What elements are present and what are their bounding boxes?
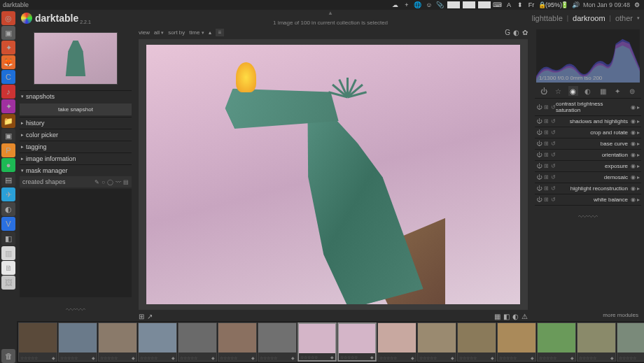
module-preset-icon[interactable]: ◉ bbox=[631, 129, 636, 136]
dock-app-icon[interactable]: 🖼 bbox=[1, 276, 15, 290]
module-reset-icon[interactable]: ↺ bbox=[551, 152, 556, 158]
tray-a-icon[interactable]: A bbox=[505, 1, 513, 9]
module-group-favorites-icon[interactable]: ☆ bbox=[554, 86, 564, 96]
module-expand-icon[interactable]: ▸ bbox=[637, 185, 640, 192]
settings-icon[interactable]: ✿ bbox=[522, 29, 528, 36]
view-dropdown[interactable]: all ▾ bbox=[154, 29, 164, 36]
module-reset-icon[interactable]: ↺ bbox=[551, 141, 556, 147]
module-multi-icon[interactable]: ⊞ bbox=[544, 174, 549, 180]
filmstrip-thumb[interactable]: ☆☆☆☆☆◆ bbox=[617, 322, 644, 362]
module-reset-icon[interactable]: ↺ bbox=[551, 118, 556, 124]
module-power-icon[interactable]: ⏻ bbox=[536, 163, 542, 169]
gradient-tool-icon[interactable]: ▤ bbox=[123, 179, 129, 185]
histogram[interactable]: 1/1300 f/0.0 0mm iso 200 bbox=[536, 29, 640, 83]
module-preset-icon[interactable]: ◉ bbox=[631, 104, 636, 111]
module-preset-icon[interactable]: ◉ bbox=[631, 197, 636, 203]
filmstrip-thumb[interactable]: ☆☆☆☆☆◆ bbox=[417, 322, 456, 362]
tray-fr-icon[interactable]: Fr bbox=[527, 1, 536, 9]
filmstrip-thumb[interactable]: ☆☆☆☆☆◆ bbox=[58, 322, 97, 362]
module-multi-icon[interactable]: ⊞ bbox=[544, 118, 549, 124]
tray-net-icon[interactable]: ⬍ bbox=[516, 1, 524, 9]
softproof-icon[interactable]: G bbox=[505, 29, 510, 36]
filmstrip-thumb[interactable]: ☆☆☆☆☆◆ bbox=[178, 322, 217, 362]
path-tool-icon[interactable]: 〰 bbox=[115, 179, 121, 185]
module-expand-icon[interactable]: ▸ bbox=[637, 118, 640, 124]
dock-app-icon[interactable]: ▤ bbox=[1, 173, 15, 187]
module-power-icon[interactable]: ⏻ bbox=[536, 197, 542, 203]
module-reset-icon[interactable]: ↺ bbox=[551, 129, 556, 136]
tab-darkroom[interactable]: darkroom bbox=[573, 14, 605, 22]
tray-battery-icon[interactable]: 🔋 bbox=[561, 1, 569, 9]
module-row[interactable]: ⏻⊞↺orientation◉▸ bbox=[535, 150, 641, 161]
module-power-icon[interactable]: ⏻ bbox=[536, 104, 542, 111]
module-expand-icon[interactable]: ▸ bbox=[637, 152, 640, 158]
filter-button[interactable]: ≡ bbox=[216, 29, 225, 36]
filmstrip[interactable]: ☆☆☆☆☆◆☆☆☆☆☆◆☆☆☆☆☆◆☆☆☆☆☆◆☆☆☆☆☆◆☆☆☆☆☆◆☆☆☆☆… bbox=[17, 321, 644, 363]
module-expand-icon[interactable]: ▸ bbox=[637, 141, 640, 147]
module-group-tone-icon[interactable]: ◐ bbox=[583, 86, 593, 96]
filmstrip-thumb[interactable]: ☆☆☆☆☆◆ bbox=[258, 322, 297, 362]
module-expand-icon[interactable]: ▸ bbox=[637, 129, 640, 136]
filmstrip-thumb[interactable]: ☆☆☆☆☆◆ bbox=[577, 322, 616, 362]
tray-cloud-icon[interactable]: ☁ bbox=[391, 1, 400, 9]
tray-clip-icon[interactable]: 📎 bbox=[436, 1, 444, 9]
tagging-header[interactable]: ▸ tagging bbox=[20, 141, 132, 152]
tab-other-dropdown-icon[interactable]: ▾ bbox=[637, 15, 640, 21]
thumb-stars[interactable]: ☆☆☆☆☆ bbox=[459, 355, 477, 360]
thumb-stars[interactable]: ☆☆☆☆☆ bbox=[619, 355, 636, 360]
module-power-icon[interactable]: ⏻ bbox=[536, 141, 542, 147]
filmstrip-thumb[interactable]: ☆☆☆☆☆◆ bbox=[218, 322, 257, 362]
module-reset-icon[interactable]: ↺ bbox=[551, 104, 556, 111]
dock-app-icon[interactable]: 🗎 bbox=[1, 261, 15, 275]
module-multi-icon[interactable]: ⊞ bbox=[544, 163, 549, 169]
module-row[interactable]: ⏻⊞↺demosaic◉▸ bbox=[535, 172, 641, 183]
filmstrip-thumb[interactable]: ☆☆☆☆☆◆ bbox=[18, 322, 57, 362]
module-row[interactable]: ⏻⊞↺crop and rotate◉▸ bbox=[535, 127, 641, 138]
dock-app-icon[interactable]: C bbox=[1, 70, 15, 84]
collapse-top-icon[interactable]: ▲ bbox=[328, 10, 333, 16]
module-row[interactable]: ⏻⊞↺contrast brightness saturation◉▸ bbox=[535, 99, 641, 116]
thumb-stars[interactable]: ☆☆☆☆☆ bbox=[60, 355, 78, 360]
dock-app-icon[interactable]: ✦ bbox=[1, 41, 15, 55]
module-multi-icon[interactable]: ⊞ bbox=[544, 141, 549, 147]
filmstrip-thumb[interactable]: ☆☆☆☆☆◆ bbox=[497, 322, 536, 362]
module-group-correct-icon[interactable]: ✦ bbox=[612, 86, 622, 96]
tray-globe-icon[interactable]: 🌐 bbox=[414, 1, 422, 9]
tray-box-3[interactable] bbox=[478, 1, 491, 8]
module-row[interactable]: ⏻⊞↺shadows and highlights◉▸ bbox=[535, 116, 641, 127]
module-multi-icon[interactable]: ⊞ bbox=[544, 185, 549, 192]
module-row[interactable]: ⏻⊞↺highlight reconstruction◉▸ bbox=[535, 183, 641, 194]
thumb-stars[interactable]: ☆☆☆☆☆ bbox=[260, 355, 277, 360]
underexposed-icon[interactable]: ◧ bbox=[503, 313, 510, 320]
dock-app-icon[interactable]: P bbox=[1, 143, 15, 157]
thumb-stars[interactable]: ☆☆☆☆☆ bbox=[419, 355, 437, 360]
snapshots-header[interactable]: ▾ snapshots bbox=[20, 91, 132, 102]
thumb-stars[interactable]: ☆☆☆☆☆ bbox=[140, 355, 158, 360]
thumb-stars[interactable]: ☆☆☆☆☆ bbox=[340, 355, 358, 360]
tray-smile-icon[interactable]: ☺ bbox=[425, 1, 433, 9]
tray-gear-icon[interactable]: ⚙ bbox=[633, 1, 641, 9]
dock-app-icon[interactable]: ● bbox=[1, 158, 15, 172]
module-preset-icon[interactable]: ◉ bbox=[631, 118, 636, 124]
more-modules-button[interactable]: more modules bbox=[535, 309, 641, 321]
module-expand-icon[interactable]: ▸ bbox=[637, 174, 640, 180]
thumb-stars[interactable]: ☆☆☆☆☆ bbox=[379, 355, 397, 360]
thumb-stars[interactable]: ☆☆☆☆☆ bbox=[579, 355, 596, 360]
module-multi-icon[interactable]: ⊞ bbox=[544, 104, 549, 111]
tray-volume-icon[interactable]: 🔊 bbox=[572, 1, 580, 9]
tab-lighttable[interactable]: lighttable bbox=[532, 14, 563, 22]
module-preset-icon[interactable]: ◉ bbox=[631, 163, 636, 169]
module-expand-icon[interactable]: ▸ bbox=[637, 163, 640, 169]
module-power-icon[interactable]: ⏻ bbox=[536, 174, 542, 180]
dock-app-icon[interactable]: ▥ bbox=[1, 246, 15, 260]
dock-app-icon[interactable]: ✈ bbox=[1, 187, 15, 201]
tray-box-2[interactable] bbox=[463, 1, 475, 8]
filmstrip-thumb[interactable]: ☆☆☆☆☆◆ bbox=[298, 322, 337, 362]
filmstrip-thumb[interactable]: ☆☆☆☆☆◆ bbox=[537, 322, 576, 362]
sort-dropdown[interactable]: time ▾ bbox=[189, 29, 204, 36]
tab-other[interactable]: other bbox=[615, 14, 633, 22]
mask-manager-header[interactable]: ▾ mask manager bbox=[20, 165, 132, 176]
module-power-icon[interactable]: ⏻ bbox=[536, 185, 542, 192]
tray-keyboard-icon[interactable]: ⌨ bbox=[493, 1, 502, 9]
gamut-icon[interactable]: ◐ bbox=[513, 29, 519, 36]
